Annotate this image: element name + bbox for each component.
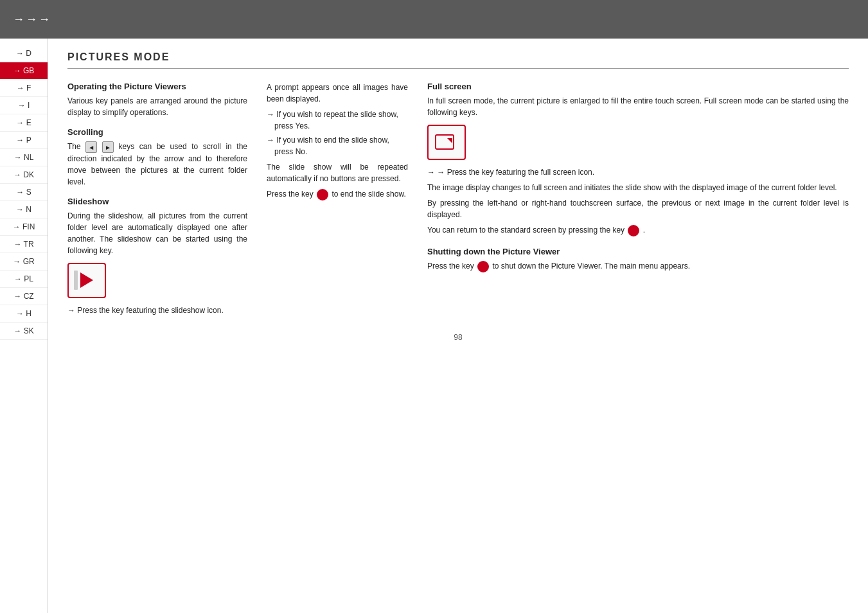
columns: Operating the Picture Viewers Various ke… [67, 82, 849, 320]
main-content: PICTURES MODE Operating the Picture View… [48, 39, 868, 613]
prompt-text: A prompt appears once all images have be… [267, 82, 408, 105]
top-bar: →→→ [0, 0, 868, 39]
sidebar-item-n[interactable]: → N [0, 201, 48, 218]
sidebar: → D → GB → F → I → E → P → NL → DK → S →… [0, 39, 48, 613]
return-text: You can return to the standard screen by… [427, 224, 849, 236]
section-shutdown-title: Shutting down the Picture Viewer [427, 247, 849, 256]
shutdown-text: Press the key to shut down the Picture V… [427, 260, 849, 272]
sidebar-item-d[interactable]: → D [0, 45, 48, 62]
svg-marker-1 [447, 138, 452, 143]
right-arrow-key: ► [102, 141, 114, 153]
sidebar-item-sk[interactable]: → SK [0, 323, 48, 340]
slideshow-icon-box [67, 263, 106, 298]
page-number: 98 [67, 333, 849, 348]
section-operating-title: Operating the Picture Viewers [67, 82, 247, 91]
touchscreen-text: By pressing the left-hand or right-hand … [427, 197, 849, 220]
arrow-end: If you wish to end the slide show, press… [267, 134, 408, 157]
return-key-icon [628, 225, 639, 236]
shutdown-key-icon [477, 261, 489, 272]
content-area: → D → GB → F → I → E → P → NL → DK → S →… [0, 39, 868, 613]
scrolling-intro: The [67, 142, 81, 151]
col-left: Operating the Picture Viewers Various ke… [67, 82, 247, 320]
section-operating-body: Various key panels are arranged around t… [67, 95, 247, 118]
end-slideshow-key-icon [317, 189, 328, 200]
col-right: Full screen In full screen mode, the cur… [427, 82, 849, 320]
sidebar-item-p[interactable]: → P [0, 132, 48, 149]
left-arrow-key: ◄ [85, 141, 97, 153]
section-scrolling-body: The ◄ ► keys can be used to scroll in th… [67, 141, 247, 188]
fullscreen-body: In full screen mode, the current picture… [427, 95, 849, 118]
sidebar-item-pl[interactable]: → PL [0, 271, 48, 288]
sidebar-item-f[interactable]: → F [0, 80, 48, 97]
arrow-repeat: If you wish to repeat the slide show, pr… [267, 109, 408, 132]
fullscreen-svg [434, 132, 459, 154]
sidebar-item-dk[interactable]: → DK [0, 166, 48, 184]
sidebar-item-tr[interactable]: → TR [0, 236, 48, 253]
section-slideshow-body: During the slideshow, all pictures from … [67, 210, 247, 256]
svg-rect-0 [436, 135, 454, 149]
page-title: PICTURES MODE [67, 51, 849, 69]
sidebar-item-gr[interactable]: → GR [0, 253, 48, 271]
section-slideshow-title: Slideshow [67, 197, 247, 206]
sidebar-item-cz[interactable]: → CZ [0, 288, 48, 305]
press-fullscreen-text: → Press the key featuring the full scree… [427, 166, 849, 178]
press-slideshow-text: → Press the key featuring the slideshow … [67, 305, 247, 316]
top-bar-arrows: →→→ [13, 13, 51, 26]
sidebar-item-e[interactable]: → E [0, 114, 48, 132]
sidebar-item-s[interactable]: → S [0, 184, 48, 201]
sidebar-item-nl[interactable]: → NL [0, 149, 48, 166]
image-change-text: The image display changes to full screen… [427, 182, 849, 193]
sidebar-item-h[interactable]: → H [0, 305, 48, 323]
sidebar-item-i[interactable]: → I [0, 97, 48, 114]
sidebar-item-fin[interactable]: → FIN [0, 218, 48, 236]
repeat-text: The slide show will be repeated automati… [267, 161, 408, 184]
page-container: →→→ → D → GB → F → I → E → P → NL → DK →… [0, 0, 868, 613]
section-fullscreen-title: Full screen [427, 82, 849, 91]
sidebar-item-gb[interactable]: → GB [0, 62, 48, 80]
col-middle: A prompt appears once all images have be… [267, 82, 408, 320]
end-slide-text: Press the key to end the slide show. [267, 188, 408, 200]
section-scrolling-title: Scrolling [67, 127, 247, 137]
fullscreen-icon-box [427, 125, 466, 160]
